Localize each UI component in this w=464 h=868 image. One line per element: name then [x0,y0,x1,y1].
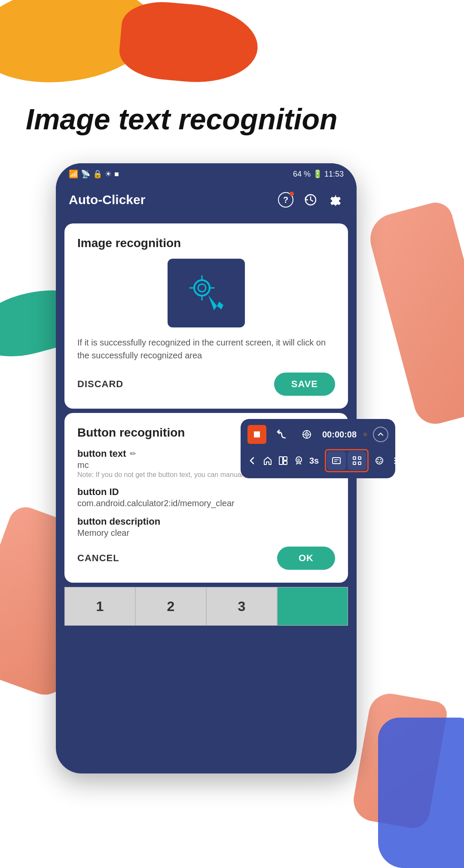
timer-dot [363,433,367,436]
svg-rect-4 [254,431,260,437]
svg-point-27 [379,462,380,463]
battery-small-icon: ■ [114,170,119,179]
calc-key-2[interactable]: 2 [135,587,206,626]
image-text-button[interactable] [327,451,346,470]
stop-button[interactable] [247,425,266,444]
history-icon [304,193,317,206]
svg-rect-19 [353,457,356,459]
svg-point-3 [198,284,206,292]
svg-rect-13 [284,457,287,460]
toolbar-row1: 00:00:08 [247,425,388,444]
brightness-icon: ☀ [105,169,112,179]
rocket-button[interactable] [294,451,303,470]
svg-point-30 [394,460,396,462]
history-button[interactable] [302,192,319,208]
svg-point-2 [194,280,210,296]
more-button[interactable] [390,451,400,470]
svg-point-7 [306,434,308,435]
ok-button[interactable]: OK [277,547,335,570]
svg-rect-21 [353,462,356,465]
button-id-field: button ID com.android.calculator2:id/mem… [77,486,335,508]
battery-percent: 64 % [293,170,311,178]
undo-icon [277,429,287,440]
svg-point-29 [394,458,396,459]
calculator-keyboard: 1 2 3 [64,587,348,626]
back-button[interactable] [247,451,257,470]
status-right: 64 % 🔋 11:53 [293,169,344,179]
status-bar: 📶 📡 🔒 ☀ ■ 64 % 🔋 11:53 [56,163,357,185]
undo-button[interactable] [272,425,291,444]
svg-rect-12 [279,457,283,465]
button-id-value: com.android.calculator2:id/memory_clear [77,498,335,508]
button-description-field: button description Memory clear [77,516,335,538]
svg-rect-14 [284,461,287,465]
image-recognition-actions: DISCARD SAVE [77,373,335,396]
more-icon [390,456,400,465]
floating-toolbar: 00:00:08 [241,419,395,478]
app-title: Auto-Clicker [69,193,145,207]
svg-rect-16 [333,458,340,464]
calc-key-3[interactable]: 3 [206,587,277,626]
palette-icon [375,456,384,465]
toolbar-timer: 00:00:08 [322,430,357,440]
battery-icon: 🔋 [313,170,324,178]
wifi-icon: 📡 [81,169,90,179]
button-id-label: button ID [77,486,335,498]
stop-icon [253,431,261,438]
svg-point-24 [378,459,379,460]
scan-icon [352,456,362,465]
home-icon [263,456,272,465]
chevron-up-icon [377,431,384,438]
recognition-image-box [168,259,245,327]
target-button[interactable] [297,425,316,444]
toolbar-time-label: 3s [309,456,319,466]
time-display: 11:53 [324,170,344,178]
rocket-icon [294,456,303,465]
header-icons: ? [278,192,344,208]
image-recognition-button[interactable] [348,451,366,470]
decorative-blob-orange [117,0,261,88]
image-recognition-description: If it is successfully recognized in the … [77,336,335,362]
palette-button[interactable] [375,451,384,470]
svg-point-28 [381,461,382,462]
calc-row-1: 1 2 3 [64,587,348,626]
home-button[interactable] [263,451,272,470]
edit-icon: ✏ [130,449,139,458]
page-title: Image text recognition [26,103,438,135]
help-button[interactable]: ? [278,192,294,208]
layout-icon [278,456,288,465]
button-text-label: button text [77,448,126,459]
calc-key-1[interactable]: 1 [64,587,135,626]
image-text-group [325,449,369,472]
svg-point-15 [298,459,299,461]
hand-decoration-right [365,199,464,429]
settings-button[interactable] [327,192,344,208]
lock-icon: 🔒 [93,169,102,179]
button-recognition-actions: CANCEL OK [77,547,335,570]
svg-rect-20 [358,457,361,459]
button-description-value: Memory clear [77,528,335,538]
layout-button[interactable] [278,451,288,470]
status-signal: 📶 📡 🔒 ☀ ■ [69,169,119,179]
save-button[interactable]: SAVE [274,373,335,396]
target-icon [302,429,312,440]
recognition-icon [185,272,228,315]
hand-decoration-right-bottom [378,718,464,868]
signal-icon: 📶 [69,169,78,179]
calc-key-teal[interactable] [277,587,348,626]
svg-point-31 [394,463,396,464]
image-recognition-card-title: Image recognition [77,236,335,250]
button-description-label: button description [77,516,335,527]
svg-point-23 [376,457,383,464]
toolbar-row2: 3s [247,449,388,472]
cancel-button[interactable]: CANCEL [77,553,119,564]
collapse-button[interactable] [373,427,388,442]
notification-dot [290,192,294,196]
svg-point-25 [380,459,382,460]
discard-button[interactable]: DISCARD [77,379,123,390]
image-recognition-card: Image recognition If it is successfully … [64,223,348,409]
svg-rect-22 [358,462,361,465]
image-text-icon [332,456,341,465]
back-icon [247,456,257,465]
app-header: Auto-Clicker ? [56,185,357,215]
